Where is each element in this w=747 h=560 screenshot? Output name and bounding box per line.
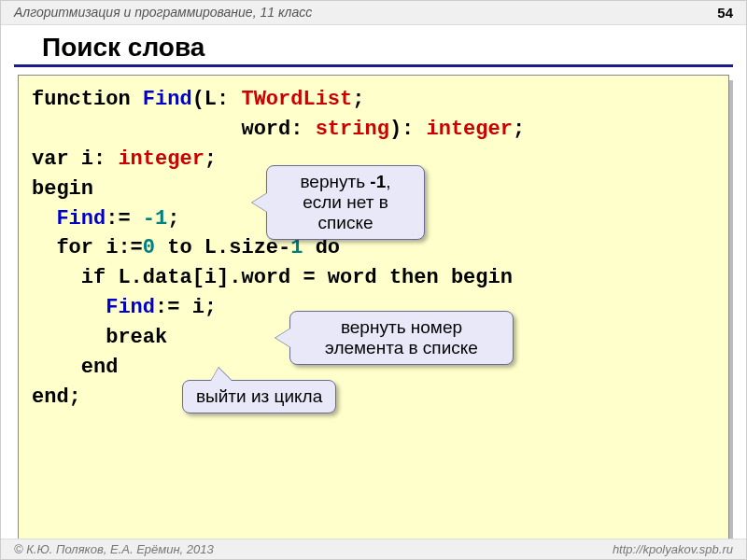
kw-to: to xyxy=(167,236,191,259)
code-text: := i; xyxy=(155,296,217,319)
page-number: 54 xyxy=(717,5,733,21)
kw-end: end xyxy=(81,356,119,379)
code-container: function Find(L: TWordList; word: string… xyxy=(18,75,729,560)
code-text: (L: xyxy=(192,88,230,111)
slide-header: Алгоритмизация и программирование, 11 кл… xyxy=(1,1,746,25)
num-zero: 0 xyxy=(143,236,155,259)
ident-find: Find xyxy=(143,88,192,111)
code-text: i:= xyxy=(106,236,143,259)
code-block: function Find(L: TWordList; word: string… xyxy=(18,75,729,560)
callout-break: выйти из цикла xyxy=(182,380,336,413)
num-neg1: -1 xyxy=(143,207,167,231)
code-text: word: xyxy=(241,118,303,141)
kw-then-begin: then begin xyxy=(389,266,513,289)
kw-function: function xyxy=(32,88,131,111)
ident-find: Find xyxy=(106,296,155,319)
code-text: L.data[i].word = word xyxy=(118,266,376,289)
kw-if: if xyxy=(81,266,106,289)
type-integer: integer xyxy=(426,118,512,141)
kw-var: var xyxy=(32,147,69,171)
code-text: ): xyxy=(389,118,414,141)
kw-break: break xyxy=(106,326,167,349)
type-integer: integer xyxy=(118,147,204,171)
callout-text: если нет в списке xyxy=(303,192,388,232)
type-string: string xyxy=(316,118,389,141)
course-label: Алгоритмизация и программирование, 11 кл… xyxy=(14,5,312,21)
callout-return-neg1: вернуть -1, если нет в списке xyxy=(266,165,425,240)
code-text: ; xyxy=(352,88,364,111)
code-text xyxy=(32,326,106,349)
code-text xyxy=(32,296,106,319)
callout-text: вернуть xyxy=(300,172,370,191)
slide-footer: © К.Ю. Поляков, Е.А. Ерёмин, 2013 http:/… xyxy=(1,539,746,559)
type-twordlist: TWordList xyxy=(241,88,352,111)
code-text: L.size- xyxy=(204,236,290,259)
code-text: i: xyxy=(81,147,106,171)
ident-find: Find xyxy=(56,207,106,231)
slide-title: Поиск слова xyxy=(14,25,733,67)
callout-text: выйти из цикла xyxy=(196,386,322,406)
code-text xyxy=(32,356,81,379)
url: http://kpolyakov.spb.ru xyxy=(613,542,733,556)
code-text: ; xyxy=(204,147,217,171)
code-text xyxy=(32,118,241,141)
code-text xyxy=(32,207,56,231)
callout-bold: -1 xyxy=(370,172,386,191)
num-one: 1 xyxy=(290,236,303,259)
kw-for: for xyxy=(56,236,93,259)
kw-do: do xyxy=(316,236,340,259)
code-text: := xyxy=(106,207,143,231)
callout-text: вернуть номер элемента в списке xyxy=(325,317,478,357)
kw-begin: begin xyxy=(32,177,93,201)
code-text xyxy=(32,266,81,289)
callout-return-index: вернуть номер элемента в списке xyxy=(289,311,514,365)
code-text xyxy=(32,236,56,259)
code-text: ; xyxy=(513,118,525,141)
kw-end: end xyxy=(32,385,69,409)
callout-text: , xyxy=(386,172,390,191)
code-text: ; xyxy=(69,385,81,409)
copyright: © К.Ю. Поляков, Е.А. Ерёмин, 2013 xyxy=(14,542,214,556)
code-text: ; xyxy=(167,207,179,231)
